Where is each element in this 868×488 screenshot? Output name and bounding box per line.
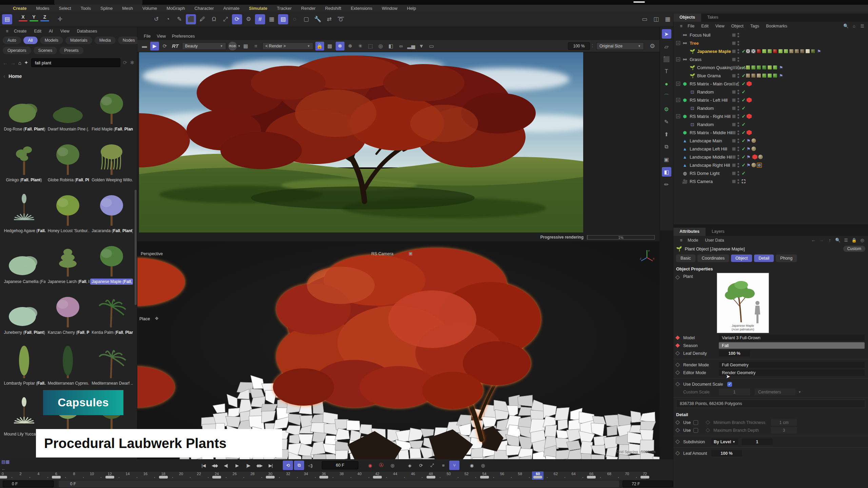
refresh-icon[interactable]: ⟳ bbox=[123, 60, 127, 66]
object-row[interactable]: ⊡Random✓ bbox=[673, 120, 868, 128]
object-row[interactable]: ▲Landscape Left Hill✓⚑ bbox=[673, 145, 868, 153]
search-icon[interactable]: 🔍 bbox=[835, 237, 841, 243]
section-tab-detail[interactable]: Detail bbox=[754, 255, 774, 262]
lock-icon[interactable]: 🔒 bbox=[851, 237, 857, 243]
asset-tab-nodes[interactable]: Nodes bbox=[118, 37, 140, 44]
visibility-dots[interactable] bbox=[737, 74, 739, 78]
edit-chip[interactable] bbox=[732, 147, 736, 151]
use1-key-diamond[interactable] bbox=[675, 420, 680, 425]
snowflake-g-icon[interactable]: ❄ bbox=[346, 42, 355, 50]
asset-item[interactable]: Jacaranda (Fall, Plant) bbox=[90, 183, 134, 234]
snowflake-icon[interactable]: ❄ bbox=[336, 42, 344, 50]
season-key-diamond[interactable] bbox=[675, 343, 680, 348]
section-tab-object[interactable]: Object bbox=[731, 255, 752, 262]
redshift-tag-icon[interactable] bbox=[747, 98, 752, 103]
material-swatch[interactable] bbox=[767, 65, 772, 70]
keyframe-marker[interactable] bbox=[373, 476, 382, 479]
object-row[interactable]: 🎥RS Camera⛶ bbox=[673, 177, 868, 185]
renderview-menu-preferences[interactable]: Preferences bbox=[169, 34, 198, 39]
camera-label[interactable]: RS Camera bbox=[371, 251, 393, 256]
render-mode-select[interactable]: Beauty ▼ bbox=[182, 42, 226, 50]
crop-icon[interactable]: ⌗ bbox=[252, 42, 260, 50]
render-select[interactable]: < Render > ▼ bbox=[262, 42, 313, 50]
cursor-tool-icon[interactable]: ➤ bbox=[662, 29, 671, 39]
plane-icon[interactable]: ▱ bbox=[662, 42, 671, 51]
use2-checkbox[interactable] bbox=[693, 428, 698, 433]
visibility-dots[interactable] bbox=[737, 33, 739, 37]
material-swatch[interactable] bbox=[751, 138, 756, 143]
timeline-scrollbar[interactable]: 0 F bbox=[59, 481, 619, 487]
asset-tab-auto[interactable]: Auto bbox=[3, 37, 21, 44]
edit-chip[interactable] bbox=[732, 155, 736, 159]
sphere-deformer-icon[interactable]: ● bbox=[662, 79, 671, 89]
redshift-tag-icon[interactable] bbox=[747, 130, 752, 135]
plant-thumbnail[interactable]: Japanese Maple (Acer palmatum) bbox=[717, 273, 769, 333]
keyframe-marker[interactable] bbox=[212, 476, 221, 479]
visibility-dots[interactable] bbox=[737, 155, 739, 159]
asset-scrollbar[interactable] bbox=[135, 190, 137, 305]
enabled-state[interactable]: ✓ bbox=[741, 122, 746, 127]
visibility-dots[interactable] bbox=[737, 65, 739, 70]
attr-tab-attributes[interactable]: Attributes bbox=[673, 228, 706, 236]
redshift-tag-icon[interactable] bbox=[747, 114, 752, 119]
enabled-state[interactable]: ⛶ bbox=[741, 179, 746, 184]
keyframe-marker[interactable] bbox=[319, 476, 328, 479]
asset-tab-media[interactable]: Media bbox=[95, 37, 116, 44]
material-swatch[interactable] bbox=[756, 49, 761, 54]
menu-mesh[interactable]: Mesh bbox=[117, 6, 138, 11]
prev-frame-icon[interactable]: ◀| bbox=[221, 461, 231, 470]
history-icon[interactable]: ◔ bbox=[163, 14, 173, 24]
om-menu-edit[interactable]: Edit bbox=[698, 24, 712, 28]
compare-icon[interactable]: ◧ bbox=[387, 42, 395, 50]
pla-key-icon[interactable]: ⑂ bbox=[449, 461, 459, 470]
dots-grid-icon[interactable]: ▦ bbox=[241, 42, 250, 50]
visibility-dots[interactable] bbox=[737, 147, 739, 151]
home-icon[interactable]: ⌂ bbox=[18, 60, 21, 66]
camera-icon[interactable]: ▣ bbox=[409, 251, 413, 256]
layout-quad-icon[interactable]: ▦ bbox=[663, 14, 673, 24]
arrow-left-icon[interactable]: ← bbox=[810, 237, 816, 243]
edit-chip[interactable] bbox=[732, 49, 736, 53]
cube-icon[interactable]: ⬛ bbox=[662, 54, 671, 64]
material-swatch[interactable] bbox=[746, 49, 750, 54]
menu-help[interactable]: Help bbox=[402, 6, 421, 11]
enabled-state[interactable]: ✓ bbox=[741, 89, 746, 95]
expand-toggle-icon[interactable]: − bbox=[676, 114, 680, 118]
lock-icon[interactable]: 🔒 bbox=[315, 42, 324, 50]
undo-icon[interactable]: ↺ bbox=[151, 14, 161, 24]
circle-dim-icon[interactable]: ◌ bbox=[290, 14, 300, 24]
visibility-dots[interactable] bbox=[737, 82, 739, 86]
flag-tag-icon[interactable]: ⚑ bbox=[817, 49, 821, 54]
timeline-ruler[interactable]: 0246810121416182022242628303234363840424… bbox=[0, 471, 646, 480]
asset-browser-panel-icon[interactable]: ▤ bbox=[2, 14, 12, 24]
current-frame-field[interactable]: 60 F bbox=[322, 461, 358, 469]
asset-tab-all[interactable]: All bbox=[23, 37, 38, 44]
assets-menu-ai[interactable]: AI bbox=[45, 29, 57, 34]
material-swatch[interactable] bbox=[767, 49, 772, 54]
asset-item[interactable]: Hedgehog Agave (Fall... bbox=[2, 183, 46, 234]
menu-tools[interactable]: Tools bbox=[76, 6, 96, 11]
object-row[interactable]: ▲Landscape Middle Hill✓⚑ bbox=[673, 153, 868, 161]
menu-extensions[interactable]: Extensions bbox=[346, 6, 377, 11]
wrench-gear-icon[interactable]: 🔧 bbox=[313, 14, 323, 24]
menu-redshift[interactable]: Redshift bbox=[320, 6, 346, 11]
keyframe-button[interactable]: ◎ bbox=[387, 461, 397, 470]
object-row[interactable]: ▲Landscape Main✓⚑ bbox=[673, 137, 868, 145]
assets-menu-edit[interactable]: Edit bbox=[31, 29, 45, 34]
brush-icon[interactable]: 🖉 bbox=[197, 14, 208, 24]
visibility-dots[interactable] bbox=[737, 179, 739, 184]
plant-key-diamond[interactable] bbox=[675, 275, 680, 280]
leaf-amount-field[interactable]: 100 % bbox=[711, 450, 742, 456]
rt-label[interactable]: RT bbox=[172, 43, 179, 49]
object-row[interactable]: 🌱Japanese Maple✓⚑ bbox=[673, 47, 868, 55]
target-icon[interactable]: ◎ bbox=[859, 237, 865, 243]
zoom-stepper[interactable]: ⁚ bbox=[592, 44, 593, 48]
visibility-dots[interactable] bbox=[737, 114, 739, 119]
object-row[interactable]: −⬢RS Matrix - Right Hill✓ bbox=[673, 112, 868, 120]
material-swatch[interactable] bbox=[751, 146, 756, 151]
enabled-state[interactable]: ✓ bbox=[741, 105, 746, 111]
menu-create[interactable]: Create bbox=[8, 6, 31, 11]
menu-mograph[interactable]: MoGraph bbox=[162, 6, 190, 11]
edit-chip[interactable] bbox=[732, 98, 736, 102]
material-swatch[interactable] bbox=[762, 73, 767, 78]
